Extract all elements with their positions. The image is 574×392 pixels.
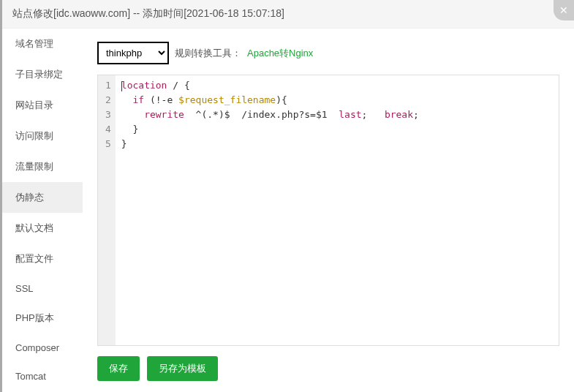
sidebar-item-ssl[interactable]: SSL bbox=[2, 274, 83, 303]
sidebar-item-site-dir[interactable]: 网站目录 bbox=[2, 90, 83, 121]
sidebar-item-config-file[interactable]: 配置文件 bbox=[2, 244, 83, 274]
sidebar-item-default-doc[interactable]: 默认文档 bbox=[2, 213, 83, 244]
sidebar: 域名管理子目录绑定网站目录访问限制流量限制伪静态默认文档配置文件SSLPHP版本… bbox=[2, 29, 83, 391]
close-icon[interactable]: ✕ bbox=[554, 0, 574, 20]
sidebar-item-php-version[interactable]: PHP版本 bbox=[2, 303, 83, 333]
convert-tool-label: 规则转换工具： bbox=[175, 47, 241, 60]
main-panel: thinkphp 规则转换工具： Apache转Nginx 12345 loca… bbox=[83, 29, 574, 391]
sidebar-item-access-limit[interactable]: 访问限制 bbox=[2, 121, 83, 151]
rewrite-template-select[interactable]: thinkphp bbox=[97, 42, 169, 64]
rewrite-code-editor[interactable]: 12345 location / { if (!-e $request_file… bbox=[97, 75, 559, 346]
sidebar-item-rewrite[interactable]: 伪静态 bbox=[2, 182, 83, 213]
sidebar-item-tomcat[interactable]: Tomcat bbox=[2, 362, 83, 391]
sidebar-item-domain-manage[interactable]: 域名管理 bbox=[2, 29, 83, 59]
sidebar-item-composer[interactable]: Composer bbox=[2, 333, 83, 362]
editor-code[interactable]: location / { if (!-e $request_filename){… bbox=[116, 75, 559, 345]
modal-title: 站点修改[idc.waoww.com] -- 添加时间[2021-06-18 1… bbox=[2, 0, 574, 29]
save-button[interactable]: 保存 bbox=[97, 356, 140, 381]
apache-to-nginx-link[interactable]: Apache转Nginx bbox=[247, 47, 313, 60]
sidebar-item-subdir-bind[interactable]: 子目录绑定 bbox=[2, 59, 83, 90]
editor-gutter: 12345 bbox=[98, 75, 116, 345]
sidebar-item-traffic-limit[interactable]: 流量限制 bbox=[2, 151, 83, 182]
save-as-template-button[interactable]: 另存为模板 bbox=[147, 356, 218, 381]
